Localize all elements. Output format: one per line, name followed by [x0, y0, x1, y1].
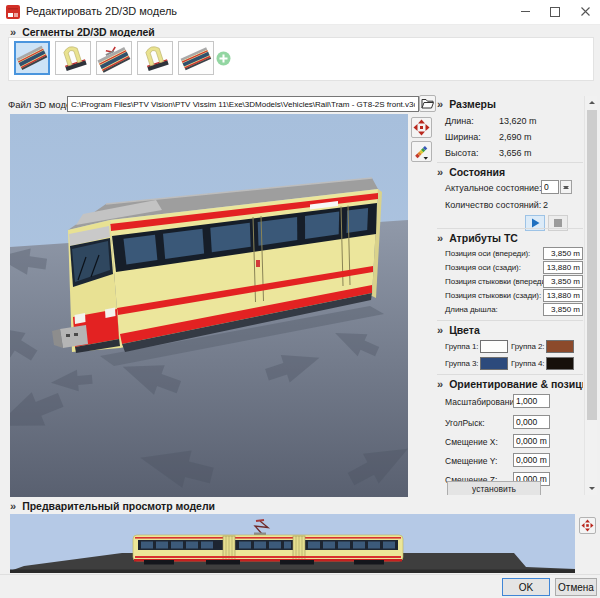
drawbar-length-label: Длина дышла: [445, 305, 498, 314]
articulation-joint-icon [56, 42, 90, 74]
window-title: Редактировать 2D/3D модель [26, 5, 177, 17]
browse-file-button[interactable] [419, 95, 436, 112]
coupling-front-input[interactable] [543, 275, 583, 288]
scroll-down-button[interactable] [585, 482, 598, 495]
section-chevron-icon[interactable]: » [437, 233, 443, 244]
app-icon [6, 5, 20, 19]
section-chevron-icon[interactable]: » [10, 501, 16, 512]
scroll-up-button[interactable] [585, 96, 598, 109]
pantograph-car-icon [97, 42, 131, 74]
color-group3-swatch[interactable] [480, 357, 508, 370]
front-car-icon [16, 43, 48, 73]
segment-thumb-front-car[interactable] [14, 41, 50, 75]
spin-down-icon[interactable] [561, 187, 571, 193]
rear-car-icon [179, 42, 213, 74]
segment-thumb-joint[interactable] [55, 41, 91, 75]
properties-panel: » Размеры Длина: 13,620 m Ширина: 2,690 … [437, 96, 583, 495]
state-count-value: 2 [543, 200, 548, 210]
axle-front-input[interactable] [543, 247, 583, 260]
close-icon [581, 7, 590, 16]
offset-y-input[interactable] [513, 453, 550, 467]
ok-button[interactable]: OK [502, 578, 550, 596]
offset-y-label: Смещение Y: [445, 456, 497, 466]
colors-header: » Цвета [437, 324, 480, 336]
current-state-label: Актуальное состояние: [445, 183, 542, 193]
color-group2-label: Группа 2: [511, 342, 544, 351]
length-label: Длина: [445, 116, 474, 126]
model-preview [10, 514, 575, 573]
fit-view-icon [413, 119, 430, 136]
section-chevron-icon[interactable]: » [10, 27, 16, 38]
play-icon [530, 218, 540, 228]
stop-icon [554, 219, 562, 227]
vehicle-attributes-header: » Атрибуты ТС [437, 232, 518, 244]
color-group3-label: Группа 3: [445, 359, 478, 368]
length-value: 13,620 m [499, 116, 537, 126]
maximize-button[interactable] [540, 0, 570, 23]
scrollbar-thumb[interactable] [587, 110, 597, 420]
section-chevron-icon[interactable]: » [437, 99, 443, 110]
height-label: Высота: [445, 148, 478, 158]
fit-view-button[interactable] [411, 117, 432, 138]
preview-fit-button[interactable] [579, 517, 596, 534]
axle-rear-input[interactable] [543, 261, 583, 274]
folder-icon [421, 98, 434, 109]
section-chevron-icon[interactable]: » [437, 379, 443, 390]
fit-view-icon [581, 519, 594, 532]
panel-scrollbar[interactable] [584, 96, 597, 495]
yaw-input[interactable] [513, 415, 550, 429]
color-group4-label: Группа 4: [511, 359, 544, 368]
segment-strip [8, 37, 594, 81]
current-state-spinner[interactable] [560, 180, 572, 194]
offset-x-label: Смещение X: [445, 437, 498, 447]
coupling-rear-input[interactable] [543, 289, 583, 302]
section-chevron-icon[interactable]: » [437, 167, 443, 178]
height-value: 3,656 m [499, 148, 532, 158]
scale-input[interactable] [513, 394, 550, 408]
scale-label: Масштабирование: [445, 397, 521, 407]
segment-thumb-pantograph-car[interactable] [96, 41, 132, 75]
color-group1-swatch[interactable] [480, 340, 508, 353]
color-group2-swatch[interactable] [546, 340, 574, 353]
set-automatically-button[interactable]: установить автоматически [447, 481, 541, 495]
axle-front-label: Позиция оси (впереди): [445, 249, 530, 258]
current-state-input[interactable] [541, 180, 559, 194]
segment-thumb-joint[interactable] [137, 41, 173, 75]
title-bar: Редактировать 2D/3D модель [0, 0, 600, 25]
minimize-button[interactable] [510, 0, 540, 23]
edit-2d3d-model-dialog: Редактировать 2D/3D модель » Сегменты 2D… [0, 0, 600, 598]
section-chevron-icon[interactable]: » [437, 325, 443, 336]
orientation-header: » Ориентирование & позиция [437, 378, 583, 390]
footer-divider [0, 574, 600, 575]
edit-colors-button[interactable] [411, 141, 432, 162]
width-label: Ширина: [445, 132, 481, 142]
coupling-front-label: Позиция стыковки (впереди): [445, 277, 551, 286]
color-group1-label: Группа 1: [445, 342, 478, 351]
states-header: » Состояния [437, 166, 505, 178]
axle-rear-label: Позиция оси (сзади): [445, 263, 521, 272]
add-segment-button[interactable] [216, 51, 231, 66]
close-button[interactable] [570, 0, 600, 23]
model-file-input[interactable] [67, 96, 419, 112]
width-value: 2,690 m [499, 132, 532, 142]
state-count-label: Количество состояний: [445, 200, 541, 210]
model-3d-viewport[interactable] [10, 114, 408, 497]
drawbar-length-input[interactable] [543, 303, 583, 316]
yaw-label: УголРыск: [445, 418, 485, 428]
preview-header: » Предварительный просмотр модели [10, 500, 215, 512]
color-wand-icon [413, 143, 430, 160]
color-group4-swatch[interactable] [546, 357, 574, 370]
dimensions-header: » Размеры [437, 98, 496, 110]
offset-x-input[interactable] [513, 434, 550, 448]
segment-thumb-rear-car[interactable] [178, 41, 214, 75]
cancel-button[interactable]: Отмена [555, 578, 597, 596]
coupling-rear-label: Позиция стыковки (сзади): [445, 291, 541, 300]
articulation-joint-icon [138, 42, 172, 74]
